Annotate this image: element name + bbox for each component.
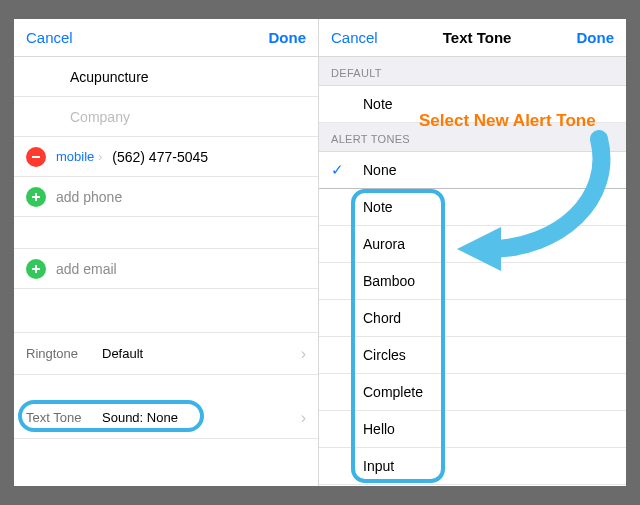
svg-rect-2 xyxy=(32,196,40,198)
done-button[interactable]: Done xyxy=(576,29,614,46)
texttone-label: Text Tone xyxy=(26,410,86,425)
alert-tone-row[interactable]: Complete xyxy=(319,374,626,411)
contact-edit-pane: Cancel Done Acupuncture Company mobile ›… xyxy=(14,19,319,486)
cancel-button[interactable]: Cancel xyxy=(26,29,73,46)
contact-name-field[interactable]: Acupuncture xyxy=(14,57,318,97)
alert-tone-row[interactable]: Hello xyxy=(319,411,626,448)
svg-rect-0 xyxy=(32,156,40,158)
alert-tone-row[interactable]: Note xyxy=(319,189,626,226)
phone-type-label[interactable]: mobile xyxy=(56,149,94,164)
add-phone-label: add phone xyxy=(56,189,122,205)
alert-tone-selected-row[interactable]: ✓ None xyxy=(319,152,626,189)
add-email-row[interactable]: add email xyxy=(14,249,318,289)
remove-phone-icon[interactable] xyxy=(26,147,46,167)
ringtone-value: Default xyxy=(102,346,143,361)
add-email-label: add email xyxy=(56,261,117,277)
spacer xyxy=(14,289,318,333)
company-field[interactable]: Company xyxy=(14,97,318,137)
default-tone-value: Note xyxy=(363,96,393,112)
chevron-right-icon: › xyxy=(301,345,306,363)
add-phone-row[interactable]: add phone xyxy=(14,177,318,217)
done-button[interactable]: Done xyxy=(269,29,307,46)
add-icon xyxy=(26,187,46,207)
spacer xyxy=(14,375,318,397)
default-tone-row[interactable]: Note xyxy=(319,86,626,123)
nav-bar-right: Cancel Text Tone Done xyxy=(319,19,626,57)
alert-tone-row[interactable]: Chord xyxy=(319,300,626,337)
add-icon xyxy=(26,259,46,279)
texttone-picker-pane: Cancel Text Tone Done DEFAULT Note ALERT… xyxy=(319,19,626,486)
section-header-default: DEFAULT xyxy=(319,57,626,86)
alert-tone-row[interactable]: Circles xyxy=(319,337,626,374)
phone-number[interactable]: (562) 477-5045 xyxy=(112,149,208,165)
nav-bar-left: Cancel Done xyxy=(14,19,318,57)
ringtone-label: Ringtone xyxy=(26,346,86,361)
svg-rect-4 xyxy=(32,268,40,270)
texttone-value: Sound: None xyxy=(102,410,178,425)
page-title: Text Tone xyxy=(443,29,512,46)
contact-name-value: Acupuncture xyxy=(70,69,149,85)
chevron-right-icon: › xyxy=(301,409,306,427)
texttone-row[interactable]: Text Tone Sound: None › xyxy=(14,397,318,439)
chevron-right-icon: › xyxy=(98,150,102,164)
company-placeholder: Company xyxy=(70,109,130,125)
phone-row[interactable]: mobile › (562) 477-5045 xyxy=(14,137,318,177)
section-header-alert-tones: ALERT TONES xyxy=(319,123,626,152)
alert-tone-row[interactable]: Bamboo xyxy=(319,263,626,300)
alert-tone-row[interactable]: Input xyxy=(319,448,626,485)
checkmark-icon: ✓ xyxy=(331,161,344,179)
spacer xyxy=(14,217,318,249)
alert-tone-row[interactable]: Aurora xyxy=(319,226,626,263)
ringtone-row[interactable]: Ringtone Default › xyxy=(14,333,318,375)
cancel-button[interactable]: Cancel xyxy=(331,29,378,46)
alert-tones-list: Note Aurora Bamboo Chord Circles Complet… xyxy=(319,189,626,485)
selected-tone-value: None xyxy=(363,162,396,178)
